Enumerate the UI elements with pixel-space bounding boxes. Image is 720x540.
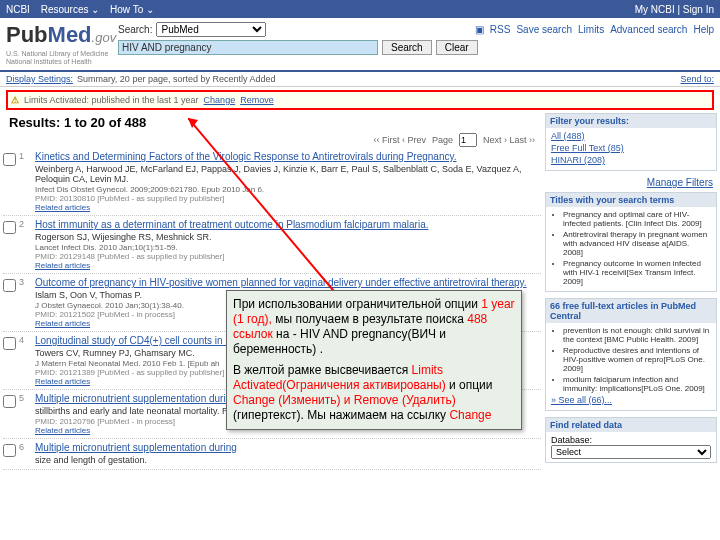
title-item[interactable]: Pregnancy and optimal care of HIV-infect… xyxy=(563,210,711,228)
change-link[interactable]: Change xyxy=(204,95,236,105)
clear-button[interactable]: Clear xyxy=(436,40,478,55)
result-checkbox[interactable] xyxy=(3,444,16,457)
limits-link[interactable]: Limits xyxy=(578,24,604,35)
display-summary: Summary, 20 per page, sorted by Recently… xyxy=(77,74,275,84)
result-checkbox[interactable] xyxy=(3,279,16,292)
pmc-item[interactable]: prevention is not enough: child survival… xyxy=(563,326,711,344)
manage-filters-link[interactable]: Manage Filters xyxy=(647,177,713,188)
advanced-link[interactable]: Advanced search xyxy=(610,24,687,35)
limits-activated-bar: ⚠ Limits Activated: published in the las… xyxy=(6,90,714,110)
page-input[interactable] xyxy=(459,133,477,147)
related-data-box: Find related data Database: Select xyxy=(545,417,717,463)
database-select[interactable]: PubMed xyxy=(156,22,266,37)
display-settings-link[interactable]: Display Settings: xyxy=(6,74,73,84)
result-item: 1Kinetics and Determining Factors of the… xyxy=(3,148,541,216)
pager-prev[interactable]: ‹‹ First ‹ Prev xyxy=(373,135,426,145)
annotation-callout: При использовании ограничительной опции … xyxy=(226,290,522,430)
display-bar: Display Settings: Summary, 20 per page, … xyxy=(0,72,720,87)
result-title[interactable]: Kinetics and Determining Factors of the … xyxy=(35,151,541,163)
savesearch-link[interactable]: Save search xyxy=(516,24,572,35)
result-checkbox[interactable] xyxy=(3,395,16,408)
pmc-box: 66 free full-text articles in PubMed Cen… xyxy=(545,298,717,411)
search-label: Search: xyxy=(118,24,152,35)
filter-link[interactable]: Free Full Text (85) xyxy=(551,143,711,153)
sendto-link[interactable]: Send to: xyxy=(680,74,714,84)
rss-icon[interactable]: ▣ xyxy=(475,24,484,35)
results-count: Results: 1 to 20 of 488 xyxy=(9,115,535,130)
result-item: 2Host immunity as a determinant of treat… xyxy=(3,216,541,274)
pmc-item[interactable]: modium falciparum infection and immunity… xyxy=(563,375,711,393)
header: PubMed.gov U.S. National Library of Medi… xyxy=(0,18,720,72)
result-item: 6Multiple micronutrient supplementation … xyxy=(3,439,541,470)
result-checkbox[interactable] xyxy=(3,337,16,350)
warning-icon: ⚠ xyxy=(11,95,19,105)
result-title[interactable]: Outcome of pregnancy in HIV-positive wom… xyxy=(35,277,541,289)
howto-menu[interactable]: How To ⌄ xyxy=(110,4,154,15)
help-link[interactable]: Help xyxy=(693,24,714,35)
result-title[interactable]: Host immunity as a determinant of treatm… xyxy=(35,219,541,231)
resources-menu[interactable]: Resources ⌄ xyxy=(41,4,100,15)
title-item[interactable]: Pregnancy outcome in women infected with… xyxy=(563,259,711,286)
related-articles-link[interactable]: Related articles xyxy=(35,203,541,212)
remove-link[interactable]: Remove xyxy=(240,95,274,105)
ncbi-link[interactable]: NCBI xyxy=(6,4,30,15)
filter-box: Filter your results: All (488)Free Full … xyxy=(545,113,717,171)
filter-link[interactable]: HINARI (208) xyxy=(551,155,711,165)
pager-next[interactable]: Next › Last ›› xyxy=(483,135,535,145)
titles-box: Titles with your search terms Pregnancy … xyxy=(545,192,717,292)
limits-text: Limits Activated: published in the last … xyxy=(24,95,199,105)
search-input[interactable] xyxy=(118,40,378,55)
pager: ‹‹ First ‹ Prev Page Next › Last ›› xyxy=(3,132,541,148)
pubmed-logo[interactable]: PubMed.gov U.S. National Library of Medi… xyxy=(6,22,118,66)
result-checkbox[interactable] xyxy=(3,221,16,234)
related-articles-link[interactable]: Related articles xyxy=(35,261,541,270)
filter-link[interactable]: All (488) xyxy=(551,131,711,141)
result-title[interactable]: Multiple micronutrient supplementation d… xyxy=(35,442,541,454)
search-button[interactable]: Search xyxy=(382,40,432,55)
rss-link[interactable]: RSS xyxy=(490,24,511,35)
ncbi-topbar: NCBI Resources ⌄ How To ⌄ My NCBI | Sign… xyxy=(0,0,720,18)
signin-link[interactable]: My NCBI | Sign In xyxy=(635,4,714,15)
result-checkbox[interactable] xyxy=(3,153,16,166)
pmc-item[interactable]: Reproductive desires and intentions of H… xyxy=(563,346,711,373)
title-item[interactable]: Antiretroviral therapy in pregnant women… xyxy=(563,230,711,257)
related-db-select[interactable]: Select xyxy=(551,445,711,459)
see-all-link[interactable]: » See all (66)... xyxy=(551,395,711,405)
